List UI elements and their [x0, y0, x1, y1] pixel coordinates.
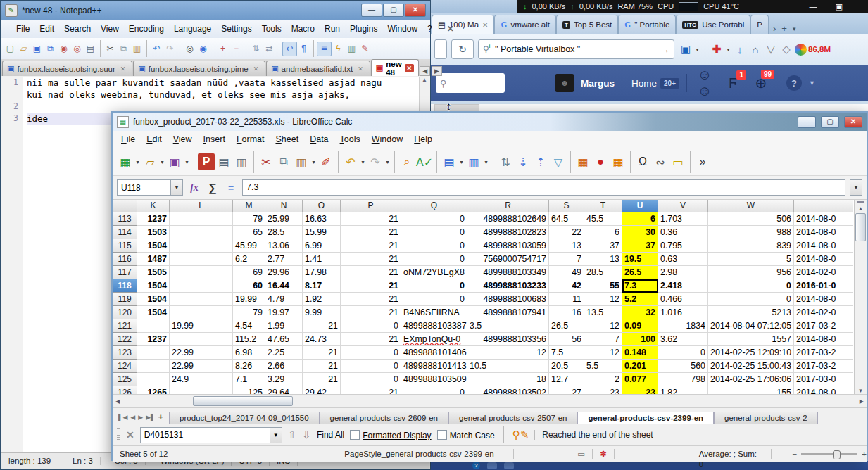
page-style[interactable]: PageStyle_general-products-csv-2399-en [337, 449, 514, 459]
special-character-icon[interactable]: Ω [634, 153, 651, 170]
facebook-profile-link[interactable]: Margus [581, 78, 615, 89]
grid-cell[interactable]: 21 [341, 212, 401, 226]
grid-cell[interactable]: 4.54 [233, 319, 265, 333]
cut-icon[interactable]: ✂ [103, 42, 117, 56]
grid-cell[interactable]: 0.466 [658, 293, 708, 306]
close-find-bar-icon[interactable]: ✕ [126, 429, 134, 440]
grid-cell[interactable]: 3.29 [265, 373, 303, 386]
insert-image-icon[interactable]: ▦ [574, 153, 591, 170]
grid-cell[interactable]: 0 [341, 360, 401, 373]
clone-formatting-icon[interactable]: ✐ [317, 153, 334, 170]
sync-vertical-icon[interactable]: ⇅ [249, 42, 263, 56]
comment-icon[interactable]: ▭ [669, 153, 686, 170]
grid-cell[interactable]: 2014-02-0 [794, 266, 853, 279]
row-header-120[interactable]: 120 [113, 306, 137, 319]
maximize-button[interactable]: ▢ [383, 4, 404, 17]
grid-cell[interactable]: 2017-03-2 [794, 346, 853, 360]
text-line[interactable]: kui nad oleks weebina, tunduvad, et olek… [27, 89, 419, 101]
grid-cell[interactable]: 11 [549, 293, 584, 306]
row-header-114[interactable]: 114 [113, 226, 137, 239]
text-line[interactable]: nii ma sulle paar kuvandit saadan nüüd ,… [27, 77, 419, 89]
copy-icon[interactable]: ⧉ [275, 153, 292, 170]
print-preview-icon[interactable]: ▥ [233, 153, 250, 170]
grid-cell[interactable]: 2014-02-25 15:00:43 [708, 360, 794, 373]
grid-cell[interactable]: 69 [233, 266, 265, 279]
grid-cell[interactable]: 0 [341, 319, 401, 333]
grid-cell[interactable]: 1504 [137, 279, 170, 293]
checkbox-icon[interactable] [350, 430, 360, 440]
new-file-icon[interactable]: ▢ [4, 42, 17, 56]
grid-cell[interactable]: 21 [341, 306, 401, 319]
grid-cell[interactable]: 0 [658, 346, 708, 360]
close-tab-icon[interactable]: ✕ [356, 65, 365, 73]
npp-menu-encoding[interactable]: Encoding [124, 22, 169, 36]
row-header-124[interactable]: 124 [113, 360, 137, 373]
grid-cell[interactable]: 2.418 [658, 279, 708, 293]
dropdown-arrow-icon[interactable]: ▾ [360, 159, 366, 165]
open-file-icon[interactable]: ▱ [17, 42, 30, 56]
dropdown-arrow-icon[interactable]: ▾ [159, 159, 165, 165]
browser-tab[interactable]: TTop 5 Best [556, 15, 618, 34]
avatar[interactable]: ☻ [555, 74, 574, 92]
pivot-table-icon[interactable]: ▦ [610, 153, 627, 170]
grid-cell[interactable]: 16.63 [303, 212, 341, 226]
grid-cell[interactable]: 19.97 [265, 306, 303, 319]
grid-cell[interactable] [170, 306, 233, 319]
grid-cell[interactable]: 0 [401, 239, 467, 253]
add-sheet-icon[interactable]: + [158, 412, 163, 422]
previous-sheet-icon[interactable]: ◀ [130, 414, 135, 421]
shield-icon[interactable]: ◇ [779, 42, 793, 56]
undo-icon[interactable]: ↶ [342, 153, 359, 170]
grid-cell[interactable]: 1.92 [303, 293, 341, 306]
grid-cell[interactable]: 0.63 [658, 253, 708, 266]
copy-icon[interactable]: ⧉ [117, 42, 130, 56]
maximize-icon[interactable]: ▣ [836, 2, 843, 11]
last-sheet-icon[interactable]: ▶▌ [146, 414, 155, 421]
grid-cell[interactable]: 29.64 [265, 386, 303, 394]
grid-cell[interactable]: 79 [233, 306, 265, 319]
document-modified-icon[interactable]: ✽ [593, 449, 615, 459]
grid-cell[interactable]: 22 [549, 226, 584, 239]
messenger-icon[interactable]: Ϝ1 [722, 75, 743, 91]
zoom-out-icon[interactable]: − [229, 42, 243, 56]
grid-cell[interactable]: 28.5 [265, 226, 303, 239]
grid-cell[interactable]: 4899888103502 [467, 386, 549, 394]
column-header-W[interactable]: W [708, 200, 794, 212]
redo-icon[interactable]: ↷ [163, 42, 177, 56]
row-header-113[interactable]: 113 [113, 212, 137, 226]
next-sheet-icon[interactable]: ▶ [138, 414, 143, 421]
url-bar[interactable] [434, 39, 447, 59]
grid-cell[interactable]: 0.201 [622, 360, 658, 373]
zoom-in-icon[interactable]: + [862, 450, 867, 458]
grid-cell[interactable]: 42 [549, 279, 584, 293]
find-all-button[interactable]: Find All [317, 430, 344, 440]
grid-cell[interactable]: 4899888102823 [467, 226, 549, 239]
npp-menu-?[interactable]: ? [422, 22, 437, 36]
grid-cell[interactable]: 4899888103509 [401, 373, 467, 386]
save-dropdown-icon[interactable]: ▾ [694, 46, 700, 53]
grid-cell[interactable]: 79 [233, 212, 265, 226]
new-icon[interactable]: ▦ [117, 153, 134, 170]
grid-cell[interactable] [170, 226, 233, 239]
grid-cell[interactable]: 21 [341, 226, 401, 239]
formatted-display-checkbox[interactable]: Formatted Display [350, 430, 431, 440]
indent-guide-icon[interactable]: ≣ [317, 42, 332, 56]
grid-cell[interactable]: 32 [622, 306, 658, 319]
calc-menu-sheet[interactable]: Sheet [270, 132, 304, 146]
grid-cell[interactable]: 1487 [137, 253, 170, 266]
grid-cell[interactable]: 24.9 [170, 373, 233, 386]
grid-cell[interactable]: 6 [622, 212, 658, 226]
column-header-L[interactable]: L [170, 200, 233, 212]
grid-cell[interactable]: 21 [303, 319, 341, 333]
column-header-P[interactable]: P [341, 200, 401, 212]
pocket-icon[interactable]: ▽ [764, 42, 778, 56]
hyperlink-icon[interactable]: ∾ [652, 153, 669, 170]
calc-menu-tools[interactable]: Tools [334, 132, 366, 146]
grid-cell[interactable]: 15.99 [303, 226, 341, 239]
grid-cell[interactable]: 22.99 [170, 360, 233, 373]
grid-cell[interactable]: 1505 [137, 266, 170, 279]
grid-cell[interactable]: 1504 [137, 239, 170, 253]
row-header-115[interactable]: 115 [113, 239, 137, 253]
grid-cell[interactable]: 27 [549, 386, 584, 394]
sheet-tab[interactable]: general-products-csv-2507-en [448, 412, 577, 424]
